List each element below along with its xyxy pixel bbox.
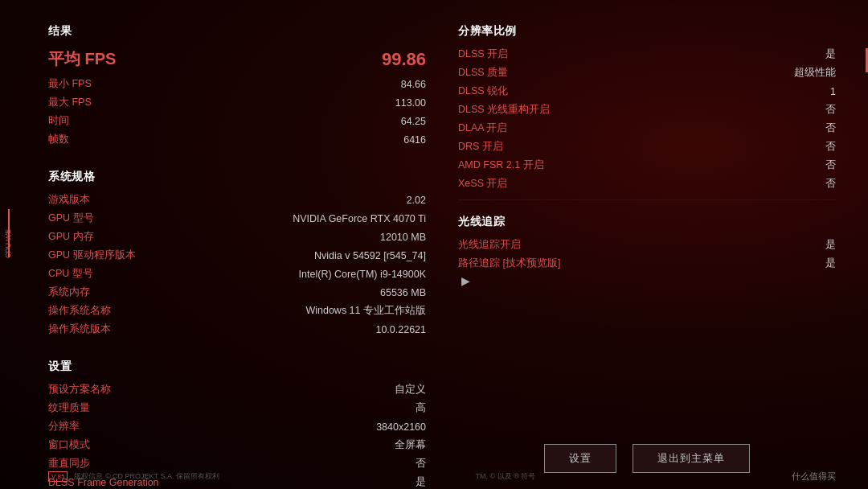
row-value: 10.0.22621 (375, 324, 426, 335)
table-row: DLAA 开启否 (458, 119, 836, 138)
row-value: 是 (825, 238, 836, 252)
row-value: 否 (416, 457, 426, 471)
row-value: 自定义 (395, 383, 426, 397)
row-label: 分辨率 (48, 420, 80, 434)
table-row: CPU 型号Intel(R) Core(TM) i9-14900K (48, 265, 426, 283)
exit-button[interactable]: 退出到主菜单 (633, 444, 750, 473)
row-label: 垂直同步 (48, 457, 90, 471)
row-label: DLSS 开启 (458, 47, 508, 61)
row-label: GPU 驱动程序版本 (48, 249, 136, 262)
row-value: 65536 MB (380, 287, 426, 298)
row-value: Windows 11 专业工作站版 (305, 304, 426, 318)
row-value: NVIDIA GeForce RTX 4070 Ti (293, 213, 426, 224)
table-row: GPU 内存12010 MB (48, 228, 426, 246)
table-row: GPU 型号NVIDIA GeForce RTX 4070 Ti (48, 209, 426, 228)
table-row: 分辨率3840x2160 (48, 417, 426, 436)
row-label: AMD FSR 2.1 开启 (458, 158, 544, 172)
row-value: 否 (825, 121, 836, 135)
row-label: 最小 FPS (48, 77, 92, 91)
row-value: Intel(R) Core(TM) i9-14900K (299, 269, 426, 280)
raytracing-title: 光线追踪 (458, 215, 836, 229)
results-title: 结果 (48, 24, 426, 39)
table-row: DLSS 开启是 (458, 45, 836, 64)
row-value: 1 (830, 86, 836, 97)
row-label: DLSS Frame Generation (48, 477, 159, 488)
row-label: GPU 内存 (48, 230, 94, 244)
row-label: 光线追踪开启 (458, 238, 521, 252)
row-label: 操作系统版本 (48, 323, 111, 336)
row-value: 否 (825, 177, 836, 191)
row-label: 预设方案名称 (48, 383, 111, 397)
row-label: 时间 (48, 114, 69, 128)
results-rows: 最小 FPS84.66最大 FPS113.00时间64.25帧数6416 (48, 75, 426, 149)
row-value: 是 (825, 47, 836, 61)
row-label: XeSS 开启 (458, 177, 507, 191)
row-value: 是 (416, 475, 426, 489)
row-value: 超级性能 (794, 66, 836, 80)
right-panel: 分辨率比例 DLSS 开启是DLSS 质量超级性能DLSS 锐化1DLSS 光线… (458, 24, 836, 473)
table-row: 路径追踪 [技术预览版]是 (458, 254, 836, 273)
table-row: XeSS 开启否 (458, 175, 836, 193)
row-value: 是 (825, 257, 836, 270)
table-row: 最大 FPS113.00 (48, 93, 426, 112)
table-row: 最小 FPS84.66 (48, 75, 426, 93)
row-value: 否 (825, 140, 836, 154)
table-row: 窗口模式全屏幕 (48, 436, 426, 454)
raytracing-rows: 光线追踪开启是路径追踪 [技术预览版]是 (458, 236, 836, 273)
settings-rows: 预设方案名称自定义纹理质量高分辨率3840x2160窗口模式全屏幕垂直同步否DL… (48, 380, 426, 489)
avg-fps-label: 平均 FPS (48, 48, 116, 70)
table-row: 垂直同步否 (48, 454, 426, 473)
table-row: 系统内存65536 MB (48, 283, 426, 302)
table-row: GPU 驱动程序版本Nvidia v 54592 [r545_74] (48, 246, 426, 265)
row-value: 12010 MB (380, 232, 426, 243)
row-label: 路径追踪 [技术预览版] (458, 257, 560, 270)
row-label: CPU 型号 (48, 267, 93, 281)
row-label: 操作系统名称 (48, 304, 111, 318)
table-row: 帧数6416 (48, 130, 426, 149)
row-value: 113.00 (395, 97, 426, 109)
divider-3 (458, 199, 836, 200)
table-row: DLSS 质量超级性能 (458, 64, 836, 82)
row-value: 高 (416, 401, 426, 415)
row-label: 窗口模式 (48, 438, 90, 452)
left-panel: 结果 平均 FPS 99.86 最小 FPS84.66最大 FPS113.00时… (48, 24, 426, 473)
table-row: DLSS 光线重构开启否 (458, 101, 836, 119)
avg-fps-value: 99.86 (382, 49, 426, 70)
row-label: DLSS 质量 (458, 66, 508, 80)
table-row: 时间64.25 (48, 112, 426, 130)
row-label: 帧数 (48, 133, 69, 146)
row-label: 游戏版本 (48, 193, 90, 207)
table-row: 预设方案名称自定义 (48, 380, 426, 399)
row-label: 最大 FPS (48, 96, 92, 109)
table-row: 操作系统名称Windows 11 专业工作站版 (48, 302, 426, 320)
row-label: 纹理质量 (48, 401, 90, 415)
row-value: 84.66 (401, 79, 426, 90)
system-title: 系统规格 (48, 170, 426, 184)
table-row: 纹理质量高 (48, 399, 426, 417)
resolution-title: 分辨率比例 (458, 24, 836, 39)
settings-title: 设置 (48, 360, 426, 374)
row-label: DRS 开启 (458, 140, 503, 154)
table-row: 光线追踪开启是 (458, 236, 836, 254)
table-row: DRS 开启否 (458, 138, 836, 156)
table-row: DLSS 锐化1 (458, 82, 836, 101)
row-label: GPU 型号 (48, 212, 94, 225)
settings-button[interactable]: 设置 (544, 444, 616, 473)
row-value: 6416 (403, 134, 426, 146)
table-row: 游戏版本2.02 (48, 191, 426, 209)
table-row: AMD FSR 2.1 开启否 (458, 156, 836, 175)
row-value: 3840x2160 (376, 421, 426, 433)
row-value: 否 (825, 158, 836, 172)
avg-fps-row: 平均 FPS 99.86 (48, 45, 426, 75)
resolution-rows: DLSS 开启是DLSS 质量超级性能DLSS 锐化1DLSS 光线重构开启否D… (458, 45, 836, 193)
row-value: 64.25 (401, 116, 426, 127)
pointer-arrow: ▶ (461, 274, 470, 287)
table-row: 操作系统版本10.0.22621 (48, 320, 426, 339)
table-row: DLSS Frame Generation是 (48, 473, 426, 489)
row-label: DLSS 锐化 (458, 84, 508, 98)
row-label: DLAA 开启 (458, 121, 507, 135)
row-value: 否 (825, 103, 836, 117)
system-rows: 游戏版本2.02GPU 型号NVIDIA GeForce RTX 4070 Ti… (48, 191, 426, 339)
row-label: 系统内存 (48, 286, 90, 299)
row-value: 全屏幕 (395, 438, 426, 452)
